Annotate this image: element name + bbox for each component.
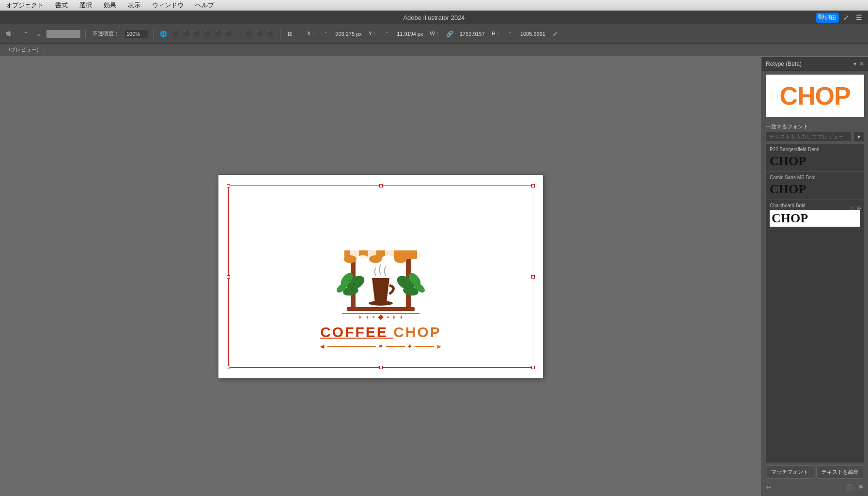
align-group: ⬛ ⬛ ⬛ ⬛ ⬛ ⬛ [171, 29, 234, 39]
separator-4 [280, 29, 280, 39]
search-icon[interactable]: 🔍 [817, 13, 825, 22]
svg-point-9 [369, 255, 382, 263]
font-preview-bangersfield: CHOP [770, 154, 860, 169]
chop-preview-text: CHOP [779, 81, 850, 110]
x-label: X： [305, 29, 318, 38]
font-item-comicsans[interactable]: Comic Sans MS Bold CHOP [766, 172, 864, 200]
menu-format[interactable]: 書式 [53, 1, 70, 10]
handle-tl[interactable] [227, 184, 230, 187]
panel-footer: ↩ ⓘ ⚑ [762, 481, 868, 496]
dist-top-icon[interactable]: ⬛ [265, 29, 275, 39]
menu-icon[interactable]: ☰ [854, 13, 863, 22]
copy-icon[interactable]: ⊕ [856, 205, 861, 212]
star-icon[interactable]: ☆ [849, 205, 854, 212]
handle-br[interactable] [531, 366, 535, 369]
svg-marker-28 [393, 315, 395, 319]
separator-2 [153, 29, 154, 39]
separator-1 [85, 29, 86, 39]
h-up-icon[interactable]: ⌃ [506, 29, 515, 39]
align-bottom-icon[interactable]: ⬛ [224, 29, 234, 39]
handle-tm[interactable] [379, 184, 383, 187]
svg-point-7 [344, 255, 356, 263]
handle-bl[interactable] [227, 366, 230, 369]
svg-point-24 [349, 280, 350, 281]
menu-window[interactable]: ウィンドウ [150, 1, 186, 10]
titlebar: Adobe Illustrator 2024 共有 🔍 ⊞ ⤢ ☰ [0, 11, 868, 24]
font-action-icons: ☆ ⊕ [849, 205, 861, 212]
undo-icon[interactable]: ↩ [766, 483, 772, 492]
retype-panel: Retype (Beta) ▾ ✕ CHOP 一致するフォント： ▼ P22 B… [761, 57, 868, 496]
font-list[interactable]: P22 Bangersfield Demi CHOP Comic Sans MS… [766, 144, 864, 463]
panel-collapse-icon[interactable]: ▾ [853, 61, 856, 67]
font-item-chalkboard[interactable]: Chalkboard Bold ☆ ⊕ CHOP [766, 200, 864, 230]
h-value: 1005.6661 [518, 30, 547, 38]
lock-icon[interactable]: 🔗 [445, 29, 455, 39]
svg-point-23 [353, 283, 355, 285]
handle-ml[interactable] [227, 275, 230, 279]
panel-title: Retype (Beta) [766, 61, 802, 67]
stroke-up-icon[interactable]: ⌃ [21, 29, 31, 39]
edit-text-button[interactable]: テキストを編集 [816, 465, 865, 479]
menu-help[interactable]: ヘルプ [193, 1, 216, 10]
match-fonts-button[interactable]: マッチフォント [766, 465, 814, 479]
separator-3 [239, 29, 239, 39]
stroke-down-icon[interactable]: ⌄ [34, 29, 44, 39]
separator-5 [300, 29, 300, 39]
stroke-label: 線： [4, 29, 18, 38]
font-item-bangersfield[interactable]: P22 Bangersfield Demi CHOP [766, 144, 864, 172]
panel-header-icons: ▾ ✕ [853, 61, 864, 67]
handle-mr[interactable] [531, 275, 535, 279]
align-top-icon[interactable]: ⬛ [203, 29, 213, 39]
coffee-shop-svg [298, 203, 463, 339]
menu-effects[interactable]: 効果 [102, 1, 118, 10]
dist-h-icon[interactable]: ⬛ [255, 29, 264, 39]
handle-tr[interactable] [531, 184, 535, 187]
stroke-input[interactable] [46, 30, 80, 38]
preview-text-input[interactable] [766, 132, 852, 141]
preview-tab[interactable]: /プレビュー) [4, 44, 44, 55]
flag-icon[interactable]: ⚑ [858, 483, 864, 492]
grid-spacing-icon[interactable]: ⊞ [285, 29, 295, 39]
globe-icon[interactable]: 🌐 [158, 29, 168, 39]
distribute-group: ⬛ ⬛ ⬛ [244, 29, 275, 39]
dist-v-icon[interactable]: ⬛ [244, 29, 254, 39]
opacity-label: 不透明度： [91, 29, 121, 38]
svg-point-31 [372, 316, 374, 318]
h-label: H： [490, 29, 503, 38]
menubar: オブジェクト 書式 選択 効果 表示 ウィンドウ ヘルプ [0, 0, 868, 11]
toolbar: 線： ⌃ ⌄ 不透明度： 🌐 ⬛ ⬛ ⬛ ⬛ ⬛ ⬛ ⬛ ⬛ ⬛ ⊞ X： ⌃ … [0, 24, 868, 44]
svg-rect-30 [378, 314, 383, 320]
panel-header: Retype (Beta) ▾ ✕ [762, 57, 868, 71]
chop-preview-area: CHOP [766, 75, 864, 117]
align-center-h-icon[interactable]: ⬛ [182, 29, 191, 39]
svg-point-8 [356, 255, 369, 263]
tabstrip: /プレビュー) [0, 44, 868, 56]
grid-icon[interactable]: ⊞ [829, 13, 838, 22]
handle-bm[interactable] [379, 366, 383, 369]
svg-marker-26 [359, 315, 361, 319]
coffee-brand-text: COFFEE CHOP [320, 324, 441, 341]
panel-close-icon[interactable]: ✕ [859, 61, 864, 67]
w-label: W： [428, 29, 442, 38]
align-left-icon[interactable]: ⬛ [171, 29, 181, 39]
font-name-bangersfield: P22 Bangersfield Demi [770, 147, 860, 152]
info-icon[interactable]: ⓘ [846, 483, 853, 492]
panel-buttons: マッチフォント テキストを編集 [762, 463, 868, 481]
menu-object[interactable]: オブジェクト [4, 1, 46, 10]
y-up-icon[interactable]: ⌃ [382, 29, 392, 39]
transform-icon[interactable]: ⤢ [550, 29, 560, 39]
svg-rect-12 [347, 307, 415, 311]
font-preview-comicsans: CHOP [770, 182, 860, 197]
preview-input-row: ▼ [762, 131, 868, 144]
align-center-v-icon[interactable]: ⬛ [214, 29, 223, 39]
font-preview-chalkboard: CHOP [770, 210, 860, 227]
menu-view[interactable]: 表示 [126, 1, 142, 10]
x-up-icon[interactable]: ⌃ [321, 29, 330, 39]
svg-point-10 [382, 255, 394, 263]
opacity-input[interactable] [124, 30, 148, 38]
align-right-icon[interactable]: ⬛ [192, 29, 202, 39]
expand-icon[interactable]: ⤢ [842, 13, 851, 22]
menu-select[interactable]: 選択 [78, 1, 94, 10]
filter-button[interactable]: ▼ [853, 131, 864, 142]
artboard-container: COFFEE CHOP ◄ ✦ ✦ ► [218, 175, 543, 378]
